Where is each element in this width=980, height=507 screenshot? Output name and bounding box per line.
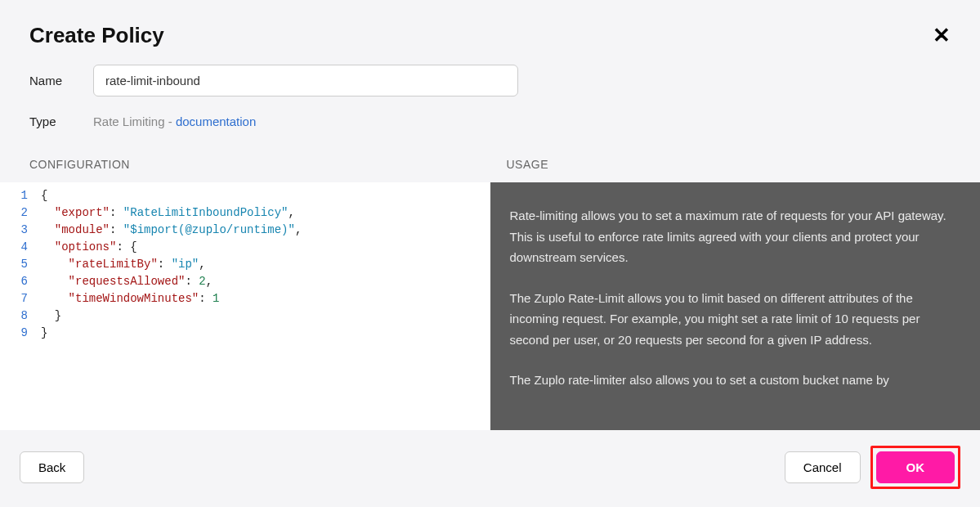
documentation-link[interactable]: documentation <box>176 114 256 128</box>
usage-body: Rate-limiting allows you to set a maximu… <box>490 182 981 430</box>
line-number: 1 <box>15 187 28 204</box>
name-label: Name <box>29 74 93 87</box>
back-button[interactable]: Back <box>20 451 84 483</box>
code-line[interactable]: "export": "RateLimitInboundPolicy", <box>41 204 482 222</box>
configuration-header: CONFIGURATION <box>0 146 490 182</box>
usage-paragraph: The Zuplo rate-limiter also allows you t… <box>510 370 961 391</box>
code-line[interactable]: "requestsAllowed": 2, <box>41 273 482 290</box>
code-line[interactable]: "module": "$import(@zuplo/runtime)", <box>41 222 482 239</box>
code-line[interactable]: } <box>41 307 482 325</box>
code-line[interactable]: { <box>41 187 482 204</box>
line-number: 9 <box>15 325 28 342</box>
type-row: Type Rate Limiting - documentation <box>0 114 980 128</box>
ok-highlight-box: OK <box>870 446 961 489</box>
code-lines[interactable]: { "export": "RateLimitInboundPolicy", "m… <box>34 182 490 430</box>
line-number: 4 <box>15 239 28 256</box>
ok-button[interactable]: OK <box>876 451 955 483</box>
type-label: Type <box>29 114 93 128</box>
modal-header: Create Policy ✕ <box>0 0 980 65</box>
code-line[interactable]: } <box>41 325 482 342</box>
modal-title: Create Policy <box>29 23 951 48</box>
line-number: 5 <box>15 256 28 273</box>
line-number: 6 <box>15 273 28 290</box>
code-line[interactable]: "rateLimitBy": "ip", <box>41 256 482 273</box>
usage-header: USAGE <box>490 146 981 182</box>
line-number: 8 <box>15 307 28 325</box>
modal-footer: Back Cancel OK <box>0 430 980 507</box>
configuration-panel: CONFIGURATION 123456789 { "export": "Rat… <box>0 146 490 430</box>
name-input[interactable] <box>93 65 518 96</box>
code-line[interactable]: "timeWindowMinutes": 1 <box>41 290 482 307</box>
type-value-prefix: Rate Limiting - <box>93 114 176 128</box>
type-value: Rate Limiting - documentation <box>93 114 256 128</box>
code-gutter: 123456789 <box>0 182 34 430</box>
code-editor[interactable]: 123456789 { "export": "RateLimitInboundP… <box>0 182 490 430</box>
cancel-button[interactable]: Cancel <box>785 451 861 483</box>
line-number: 7 <box>15 290 28 307</box>
name-row: Name <box>0 65 980 96</box>
panels: CONFIGURATION 123456789 { "export": "Rat… <box>0 146 980 430</box>
close-button[interactable]: ✕ <box>933 25 951 46</box>
usage-panel: USAGE Rate-limiting allows you to set a … <box>490 146 981 430</box>
line-number: 3 <box>15 222 28 239</box>
create-policy-modal: Create Policy ✕ Name Type Rate Limiting … <box>0 0 980 507</box>
close-icon: ✕ <box>933 23 951 47</box>
usage-paragraph: Rate-limiting allows you to set a maximu… <box>510 205 961 268</box>
code-line[interactable]: "options": { <box>41 239 482 256</box>
line-number: 2 <box>15 204 28 222</box>
usage-paragraph: The Zuplo Rate-Limit allows you to limit… <box>510 288 961 351</box>
